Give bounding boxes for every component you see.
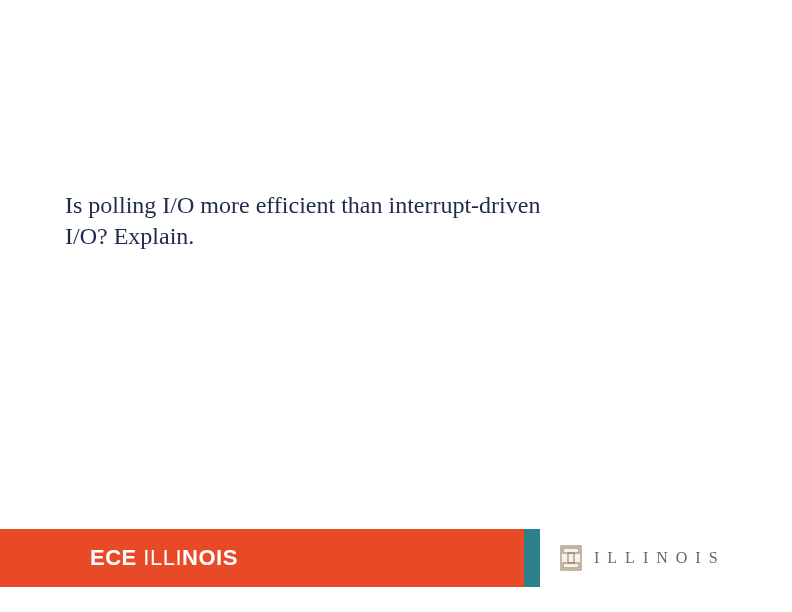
dept-wordmark: ECE ILLINOIS	[90, 545, 238, 571]
dept-bold: NOIS	[182, 545, 238, 570]
footer-orange-block: ECE ILLINOIS	[0, 529, 524, 587]
slide-root: Is polling I/O more efficient than inter…	[0, 0, 792, 612]
dept-thin: ILLI	[143, 545, 182, 570]
question-text: Is polling I/O more efficient than inter…	[65, 190, 545, 252]
block-i-icon	[560, 545, 582, 571]
footer-bar: ECE ILLINOIS ILLINOIS	[0, 529, 792, 587]
dept-prefix: ECE	[90, 545, 143, 570]
footer-teal-accent	[524, 529, 540, 587]
university-wordmark: ILLINOIS	[594, 549, 726, 567]
footer-right-block: ILLINOIS	[540, 529, 792, 587]
svg-rect-0	[561, 546, 581, 570]
